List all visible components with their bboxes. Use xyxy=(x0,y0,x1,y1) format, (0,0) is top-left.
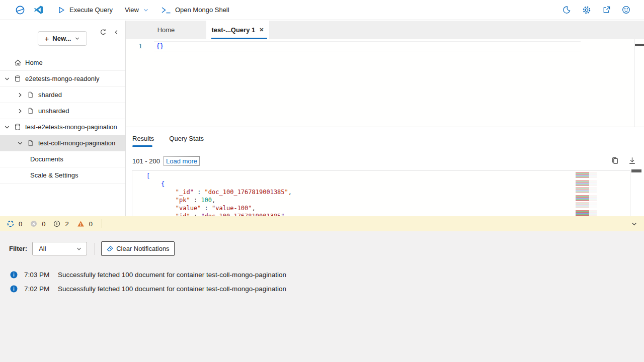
notifications-panel: Filter: All Clear Notifications 7:03 PMS… xyxy=(0,231,644,362)
moon-icon xyxy=(562,6,571,14)
notification-console-bar[interactable]: 0020 xyxy=(0,216,644,231)
cosmosdb-logo-icon xyxy=(15,5,25,15)
tree-item-label: Scale & Settings xyxy=(30,171,78,179)
sidebar-item-unsharded[interactable]: unsharded xyxy=(0,103,125,119)
info-icon xyxy=(10,271,18,279)
chevron-down-icon[interactable] xyxy=(4,124,10,130)
sidebar-item-sharded[interactable]: sharded xyxy=(0,87,125,103)
current-line-highlight xyxy=(154,41,581,51)
copy-results-button[interactable] xyxy=(610,155,620,166)
view-label: View xyxy=(125,6,139,14)
open-mongo-shell-button[interactable]: Open Mongo Shell xyxy=(161,6,229,14)
chevron-down-icon[interactable] xyxy=(4,76,10,82)
sidebar-item-test-e2etests-mongo-pagination[interactable]: test-e2etests-mongo-pagination xyxy=(0,119,125,135)
status-info-count: 2 xyxy=(65,220,68,228)
notification-time: 7:03 PM xyxy=(24,271,56,279)
filter-value: All xyxy=(39,245,46,252)
filter-label: Filter: xyxy=(9,245,27,252)
status-info[interactable]: 2 xyxy=(53,220,68,228)
notification-message: Successfully fetched 100 document for co… xyxy=(58,285,286,293)
status-error[interactable]: 0 xyxy=(30,220,45,228)
status-warning[interactable]: 0 xyxy=(77,220,93,228)
query-editor[interactable]: 1 {} xyxy=(126,39,644,127)
vscode-icon[interactable] xyxy=(34,5,43,15)
chevron-down-icon xyxy=(76,246,82,252)
filter-dropdown[interactable]: All xyxy=(32,242,87,255)
json-line: "value" : "value-100", xyxy=(146,204,292,212)
tab-query[interactable]: test-...Query 1 ✕ xyxy=(206,21,269,39)
execute-query-button[interactable]: Execute Query xyxy=(57,6,113,14)
execute-query-label: Execute Query xyxy=(69,6,113,14)
download-results-button[interactable] xyxy=(627,155,637,166)
terminal-icon xyxy=(161,6,171,14)
chevron-down-icon[interactable] xyxy=(17,140,23,146)
json-line: "pk" : 100, xyxy=(146,196,292,204)
results-scrollbar-thumb[interactable] xyxy=(631,169,641,172)
tab-home-label: Home xyxy=(157,26,175,34)
home-icon xyxy=(14,59,22,66)
chevron-down-icon xyxy=(74,36,80,41)
smiley-icon xyxy=(622,6,630,14)
line-number: 1 xyxy=(138,42,142,50)
notification-time: 7:02 PM xyxy=(24,285,56,293)
json-line: [ xyxy=(146,172,292,180)
download-icon xyxy=(628,156,636,165)
collapse-sidebar-button[interactable] xyxy=(113,28,120,36)
info-icon xyxy=(10,285,18,293)
sidebar-item-e2etests-mongo-readonly[interactable]: e2etests-mongo-readonly xyxy=(0,71,125,87)
refresh-tree-button[interactable] xyxy=(99,28,108,37)
theme-toggle-button[interactable] xyxy=(561,5,572,15)
settings-button[interactable] xyxy=(581,5,592,16)
tab-home[interactable]: Home xyxy=(126,21,206,39)
sidebar-item-documents[interactable]: Documents xyxy=(0,151,125,167)
top-toolbar: Execute Query View Open Mongo Shell xyxy=(0,0,644,20)
collapse-console-button[interactable] xyxy=(631,221,637,227)
tree-item-label: sharded xyxy=(38,91,62,99)
refresh-icon xyxy=(100,29,107,36)
tree-item-label: test-e2etests-mongo-pagination xyxy=(25,123,117,131)
query-text[interactable]: {} xyxy=(156,42,164,50)
editor-scrollbar-thumb[interactable] xyxy=(635,44,644,46)
close-icon[interactable]: ✕ xyxy=(259,27,264,33)
clear-notifications-button[interactable]: Clear Notifications xyxy=(101,241,175,256)
error-icon xyxy=(30,220,37,227)
plus-icon: + xyxy=(45,35,49,42)
database-icon xyxy=(14,75,22,82)
play-icon xyxy=(57,6,65,14)
sidebar-item-home[interactable]: Home xyxy=(0,55,125,71)
collection-icon xyxy=(27,139,35,147)
collection-icon xyxy=(27,91,35,99)
feedback-button[interactable] xyxy=(621,5,631,15)
editor-minimap-divider xyxy=(634,39,635,127)
tab-query-stats[interactable]: Query Stats xyxy=(169,135,204,147)
tab-query-stats-label: Query Stats xyxy=(169,135,204,142)
main-content: Home test-...Query 1 ✕ 1 {} Results Quer… xyxy=(126,21,644,216)
chevron-right-icon[interactable] xyxy=(17,92,23,98)
chevron-down-icon xyxy=(631,221,637,227)
sidebar-item-scale-settings[interactable]: Scale & Settings xyxy=(0,167,125,184)
results-panel: Results Query Stats 101 - 200 Load more xyxy=(126,127,644,216)
status-error-count: 0 xyxy=(42,220,45,228)
notification-list: 7:03 PMSuccessfully fetched 100 document… xyxy=(0,267,644,296)
results-minimap[interactable] xyxy=(576,172,597,216)
tree-item-label: e2etests-mongo-readonly xyxy=(25,75,99,82)
status-cluster: 0020 xyxy=(0,220,101,228)
load-more-link[interactable]: Load more xyxy=(164,156,200,166)
sidebar-item-test-coll-mongo-pagination[interactable]: test-coll-mongo-pagination xyxy=(0,135,125,151)
notification-item: 7:03 PMSuccessfully fetched 100 document… xyxy=(0,267,644,282)
clear-notifications-label: Clear Notifications xyxy=(116,245,170,252)
chevron-down-icon xyxy=(143,7,149,13)
filter-divider xyxy=(95,243,95,255)
results-json-editor[interactable]: [ { "_id" : "doc_100_1767819001385", "pk… xyxy=(132,170,630,217)
warning-icon xyxy=(77,220,85,227)
new-button-label: New... xyxy=(52,35,71,42)
tab-results[interactable]: Results xyxy=(132,135,154,147)
chevron-right-icon[interactable] xyxy=(17,108,23,114)
new-button[interactable]: + New... xyxy=(38,31,87,46)
open-in-new-window-button[interactable] xyxy=(601,5,612,15)
tree-item-label: test-coll-mongo-pagination xyxy=(38,139,115,147)
status-in-progress[interactable]: 0 xyxy=(7,220,22,228)
bar-divider xyxy=(102,219,102,228)
view-menu-button[interactable]: View xyxy=(125,6,149,14)
tab-results-label: Results xyxy=(132,135,154,142)
